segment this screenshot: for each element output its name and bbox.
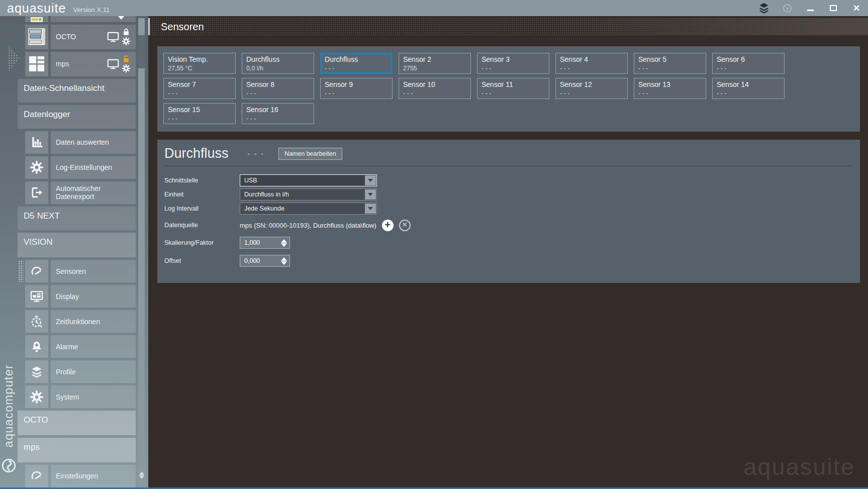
spinner-value: 0,000 bbox=[244, 257, 260, 264]
sidebar-device-mps[interactable]: mps bbox=[25, 52, 136, 76]
sidebar-item-label: Daten auswerten bbox=[56, 138, 109, 146]
sensor-tile-name: Sensor 5 bbox=[638, 55, 702, 64]
spinner-arrows[interactable] bbox=[281, 236, 287, 250]
spin-up-icon[interactable] bbox=[281, 254, 287, 261]
sensor-tile[interactable]: Sensor 10 - - - bbox=[399, 78, 471, 99]
field-label: Schnittstelle bbox=[164, 177, 240, 184]
device-thumbnail-icon bbox=[27, 17, 46, 22]
device-row: OCTO bbox=[51, 25, 136, 49]
gear-icon bbox=[25, 385, 48, 408]
lock-locked-icon[interactable] bbox=[122, 28, 131, 37]
sensor-tile[interactable]: Vision Temp. 27,55 °C bbox=[163, 53, 236, 74]
sidebar-item-daten-auswerten[interactable]: Daten auswerten bbox=[25, 131, 136, 154]
sidebar-section-octo[interactable]: OCTO bbox=[18, 411, 136, 435]
sidebar-item-label-box: Alarme bbox=[51, 335, 136, 358]
sensor-tile-name: Sensor 7 bbox=[168, 80, 231, 89]
sensor-tile[interactable]: Sensor 11 - - - bbox=[477, 78, 549, 99]
sidebar-item-system[interactable]: System bbox=[25, 385, 136, 408]
sensor-tile[interactable]: Sensor 14 - - - bbox=[712, 78, 785, 99]
dropdown-arrow-button[interactable] bbox=[365, 175, 376, 185]
gear-icon[interactable] bbox=[122, 37, 131, 46]
app-title: aquasuite bbox=[7, 1, 66, 16]
section-label: Daten-Schnellansicht bbox=[24, 83, 105, 93]
info-icon[interactable] bbox=[781, 2, 794, 15]
gear-icon[interactable] bbox=[122, 64, 131, 73]
offset-spinner[interactable]: 0,000 bbox=[240, 255, 290, 267]
maximize-button[interactable] bbox=[827, 2, 840, 15]
sensor-tile[interactable]: Sensor 9 - - - bbox=[320, 78, 393, 99]
dropdown-arrow-button[interactable] bbox=[365, 204, 376, 214]
sidebar-item-label-box: Log-Einstellungen bbox=[51, 156, 136, 179]
sidebar-item-display[interactable]: Display bbox=[25, 285, 136, 308]
sensor-tile[interactable]: Durchfluss 0,0 l/h bbox=[242, 53, 314, 74]
close-button[interactable]: ✕ bbox=[850, 2, 863, 15]
sensor-tile-name: Durchfluss bbox=[246, 55, 310, 64]
minimize-button[interactable] bbox=[804, 2, 817, 15]
spin-down-icon[interactable] bbox=[281, 243, 287, 250]
sensor-tile[interactable]: Sensor 15 - - - bbox=[163, 103, 236, 124]
sidebar-section-d5-next[interactable]: D5 NEXT bbox=[18, 207, 136, 230]
sensor-tile[interactable]: Sensor 13 - - - bbox=[634, 78, 706, 99]
einheit-select[interactable]: Durchfluss in l/h bbox=[240, 188, 377, 201]
scroll-up-icon[interactable] bbox=[139, 469, 144, 475]
device-thumbnail-icon bbox=[27, 54, 46, 73]
sensor-tile-value: - - - bbox=[560, 64, 623, 73]
skalierung-faktor-spinner[interactable]: 1,000 bbox=[240, 237, 290, 249]
detail-separator bbox=[164, 165, 853, 166]
sensor-tile-name: Sensor 6 bbox=[717, 55, 780, 64]
lock-unlocked-icon[interactable] bbox=[122, 55, 131, 64]
sensor-tile-name: Sensor 11 bbox=[481, 80, 545, 89]
spin-down-icon[interactable] bbox=[281, 261, 287, 268]
scrollbar-arrows[interactable] bbox=[138, 469, 145, 481]
sidebar-section-daten-schnellansicht[interactable]: Daten-Schnellansicht bbox=[18, 79, 136, 103]
sidebar-section-mps[interactable]: mps bbox=[18, 438, 136, 462]
remove-source-icon[interactable]: ✕ bbox=[399, 220, 411, 231]
sidebar-section-vision[interactable]: VISION bbox=[18, 233, 136, 258]
sensor-tile[interactable]: Sensor 4 - - - bbox=[555, 53, 628, 74]
sensor-tile[interactable]: Sensor 3 - - - bbox=[477, 53, 549, 74]
monitor-icon[interactable] bbox=[107, 30, 120, 43]
add-source-icon[interactable]: + bbox=[382, 220, 394, 231]
layers-icon[interactable] bbox=[757, 2, 770, 15]
sidebar-item-einstellungen[interactable]: Einstellungen bbox=[25, 465, 136, 487]
scroll-down-icon[interactable] bbox=[139, 475, 144, 481]
device-label: OCTO bbox=[56, 33, 76, 41]
layers-icon bbox=[25, 360, 48, 383]
sidebar-item-sensoren[interactable]: Sensoren bbox=[25, 260, 136, 282]
sensor-tile-name: Sensor 14 bbox=[717, 80, 780, 89]
field-label: Einheit bbox=[164, 191, 240, 198]
sensor-tile[interactable]: Sensor 16 - - - bbox=[242, 103, 314, 124]
sensor-tile[interactable]: Sensor 12 - - - bbox=[555, 78, 628, 99]
dropdown-arrow-button[interactable] bbox=[365, 189, 376, 200]
form-row-einheit: Einheit Durchfluss in l/h bbox=[164, 188, 853, 201]
sidebar-device-partial[interactable] bbox=[25, 16, 136, 22]
sidebar-item-automatischer-datenexport[interactable]: Automatischer Datenexport bbox=[25, 181, 136, 204]
sensor-tile-name: Sensor 4 bbox=[560, 55, 623, 64]
log-intervall-select[interactable]: Jede Sekunde bbox=[240, 203, 377, 215]
edit-name-button[interactable]: Namen bearbeiten bbox=[278, 148, 342, 160]
section-label: VISION bbox=[24, 237, 53, 247]
sensor-tile[interactable]: Sensor 8 - - - bbox=[242, 78, 314, 99]
sidebar-item-log-einstellungen[interactable]: Log-Einstellungen bbox=[25, 156, 136, 179]
sensor-tile-name: Sensor 12 bbox=[560, 80, 623, 89]
sidebar-item-alarme[interactable]: Alarme bbox=[25, 335, 136, 358]
sensor-tile[interactable]: Sensor 6 - - - bbox=[712, 53, 785, 74]
sensor-tile-name: Sensor 2 bbox=[403, 55, 466, 64]
sensor-tile[interactable]: Sensor 5 - - - bbox=[634, 53, 706, 74]
spinner-arrows[interactable] bbox=[281, 254, 287, 268]
spin-up-icon[interactable] bbox=[281, 236, 287, 243]
monitor-icon[interactable] bbox=[107, 57, 120, 70]
sidebar-device-octo[interactable]: OCTO bbox=[25, 25, 136, 49]
sidebar-item-zeitfunktionen[interactable]: Zeitfunktionen bbox=[25, 310, 136, 333]
scrollbar-thumb[interactable] bbox=[138, 35, 145, 68]
schnittstelle-select[interactable]: USB bbox=[240, 174, 377, 186]
spinner-value: 1,000 bbox=[244, 239, 260, 246]
sidebar-section-datenlogger[interactable]: Datenlogger bbox=[18, 105, 136, 129]
sensor-tile[interactable]: Sensor 2 2755 bbox=[399, 53, 471, 74]
sensor-tile[interactable]: Sensor 7 - - - bbox=[163, 78, 236, 99]
sensor-tile-name: Sensor 16 bbox=[246, 105, 310, 115]
sidebar-item-label-box: Automatischer Datenexport bbox=[51, 181, 136, 204]
sidebar-scrollbar[interactable] bbox=[138, 18, 145, 484]
sidebar-item-profile[interactable]: Profile bbox=[25, 360, 136, 383]
sensor-tile[interactable]: Durchfluss - - - bbox=[320, 53, 393, 74]
